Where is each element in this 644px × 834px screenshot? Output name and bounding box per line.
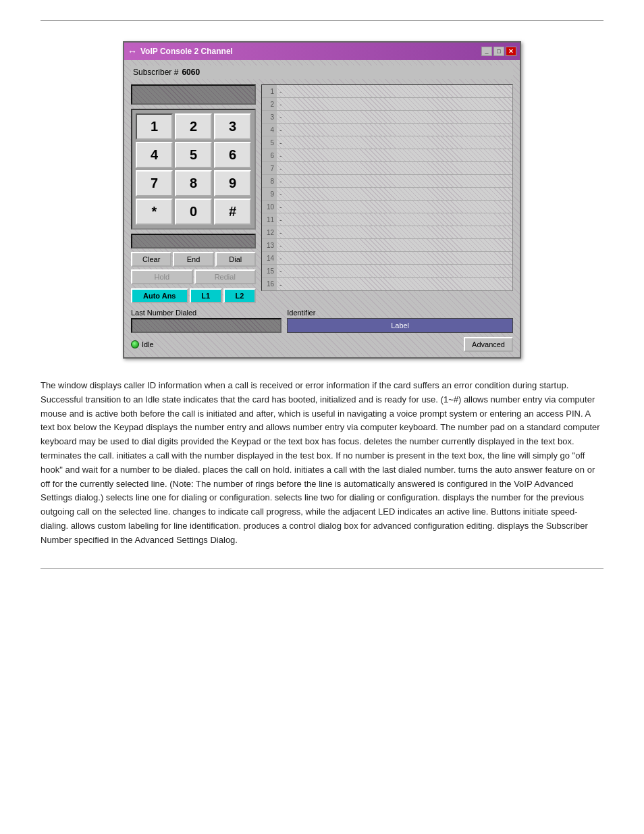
sd-sep-4: -: [277, 126, 285, 134]
key-2-button[interactable]: 2: [175, 113, 212, 140]
identifier-area: Identifier Label: [287, 309, 513, 333]
left-panel: 1 2 3 4 5 6 7 8 9 * 0 #: [131, 84, 256, 303]
sd-num-12: 12: [262, 226, 277, 238]
clear-button[interactable]: Clear: [131, 252, 171, 267]
sd-num-6: 6: [262, 149, 277, 161]
speed-dial-row-14[interactable]: 14 -: [262, 252, 512, 265]
display-box: [131, 84, 256, 105]
action-buttons: Clear End Dial: [131, 252, 256, 267]
sd-sep-10: -: [277, 203, 285, 211]
minimize-button[interactable]: _: [481, 47, 492, 56]
sd-num-4: 4: [262, 124, 277, 136]
sd-num-7: 7: [262, 162, 277, 174]
sd-num-11: 11: [262, 213, 277, 226]
close-button[interactable]: ✕: [506, 47, 516, 56]
subscriber-value: 6060: [182, 68, 200, 77]
sd-num-10: 10: [262, 201, 277, 213]
sd-sep-13: -: [277, 241, 285, 249]
sd-sep-9: -: [277, 190, 285, 198]
dial-button[interactable]: Dial: [215, 252, 256, 267]
sd-sep-11: -: [277, 215, 285, 224]
sd-sep-15: -: [277, 267, 285, 275]
speed-dial-row-16[interactable]: 16 -: [262, 278, 512, 290]
speed-dial-row-4[interactable]: 4 -: [262, 124, 512, 136]
speed-dial-row-6[interactable]: 6 -: [262, 149, 512, 162]
key-4-button[interactable]: 4: [136, 142, 173, 168]
speed-dial-row-3[interactable]: 3 -: [262, 111, 512, 124]
key-6-button[interactable]: 6: [214, 142, 251, 168]
subscriber-row: Subscriber # 6060: [131, 66, 513, 79]
title-icon: ↔: [128, 46, 137, 57]
redial-button[interactable]: Redial: [194, 269, 257, 284]
sd-sep-7: -: [277, 164, 285, 172]
keypad: 1 2 3 4 5 6 7 8 9 * 0 #: [131, 109, 256, 230]
advanced-button[interactable]: Advanced: [464, 337, 513, 352]
sd-num-14: 14: [262, 252, 277, 264]
key-3-button[interactable]: 3: [214, 113, 251, 140]
sd-num-2: 2: [262, 98, 277, 110]
speed-dial-row-15[interactable]: 15 -: [262, 265, 512, 278]
subscriber-label: Subscriber #: [133, 68, 178, 77]
auto-ans-button[interactable]: Auto Ans: [131, 288, 188, 303]
top-divider: [41, 20, 603, 21]
l1-button[interactable]: L1: [190, 288, 222, 303]
speed-dial-row-1[interactable]: 1 -: [262, 85, 512, 98]
status-text: Idle: [142, 340, 154, 348]
status-indicator: Idle: [131, 340, 154, 348]
key-0-button[interactable]: 0: [175, 199, 212, 225]
sd-sep-14: -: [277, 254, 285, 262]
voip-console-window: ↔ VoIP Console 2 Channel _ □ ✕ Subscribe…: [123, 41, 521, 359]
key-9-button[interactable]: 9: [214, 170, 251, 197]
sd-sep-8: -: [277, 177, 285, 185]
key-hash-button[interactable]: #: [214, 199, 251, 225]
sd-sep-2: -: [277, 100, 285, 108]
key-star-button[interactable]: *: [136, 199, 173, 225]
label-text: Label: [391, 321, 409, 330]
window-title: ↔ VoIP Console 2 Channel: [128, 46, 233, 57]
speed-dial-row-11[interactable]: 11 -: [262, 213, 512, 226]
number-display[interactable]: [131, 234, 256, 249]
main-area: 1 2 3 4 5 6 7 8 9 * 0 #: [131, 84, 513, 303]
key-1-button[interactable]: 1: [136, 113, 173, 140]
sd-num-9: 9: [262, 188, 277, 200]
sd-num-8: 8: [262, 175, 277, 187]
hold-redial-buttons: Hold Redial: [131, 269, 256, 284]
l2-button[interactable]: L2: [223, 288, 256, 303]
speed-dial-row-7[interactable]: 7 -: [262, 162, 512, 175]
sd-num-5: 5: [262, 136, 277, 149]
last-dialed-box: [131, 318, 281, 333]
maximize-button[interactable]: □: [493, 47, 504, 56]
key-8-button[interactable]: 8: [175, 170, 212, 197]
key-5-button[interactable]: 5: [175, 142, 212, 168]
sd-num-13: 13: [262, 239, 277, 251]
speed-dial-row-10[interactable]: 10 -: [262, 201, 512, 213]
sd-sep-12: -: [277, 228, 285, 236]
speed-dial-row-13[interactable]: 13 -: [262, 239, 512, 252]
bottom-divider: [41, 568, 603, 569]
description-text: The window displays caller ID informatio…: [41, 379, 603, 548]
key-7-button[interactable]: 7: [136, 170, 173, 197]
speed-dial-list: 1 - 2 - 3 -: [261, 84, 513, 291]
sd-num-15: 15: [262, 265, 277, 277]
sd-sep-6: -: [277, 151, 285, 159]
window-controls: _ □ ✕: [481, 47, 516, 56]
end-button[interactable]: End: [173, 252, 213, 267]
speed-dial-row-5[interactable]: 5 -: [262, 136, 512, 149]
speed-dial-row-8[interactable]: 8 -: [262, 175, 512, 188]
speed-dial-panel: 1 - 2 - 3 -: [261, 84, 513, 303]
line-buttons: Auto Ans L1 L2: [131, 288, 256, 303]
sd-num-3: 3: [262, 111, 277, 123]
description-paragraph: The window displays caller ID informatio…: [41, 379, 603, 548]
speed-dial-row-12[interactable]: 12 -: [262, 226, 512, 239]
window-title-text: VoIP Console 2 Channel: [140, 47, 233, 56]
sd-num-1: 1: [262, 85, 277, 97]
speed-dial-row-9[interactable]: 9 -: [262, 188, 512, 201]
sd-sep-16: -: [277, 280, 285, 288]
speed-dial-row-2[interactable]: 2 -: [262, 98, 512, 111]
hold-button[interactable]: Hold: [131, 269, 193, 284]
identifier-label: Identifier: [287, 309, 513, 317]
status-row: Idle Advanced: [131, 337, 513, 352]
window-titlebar: ↔ VoIP Console 2 Channel _ □ ✕: [124, 43, 520, 60]
window-body: Subscriber # 6060 1 2 3 4 5 6: [124, 60, 520, 357]
last-dialed-area: Last Number Dialed: [131, 309, 281, 333]
